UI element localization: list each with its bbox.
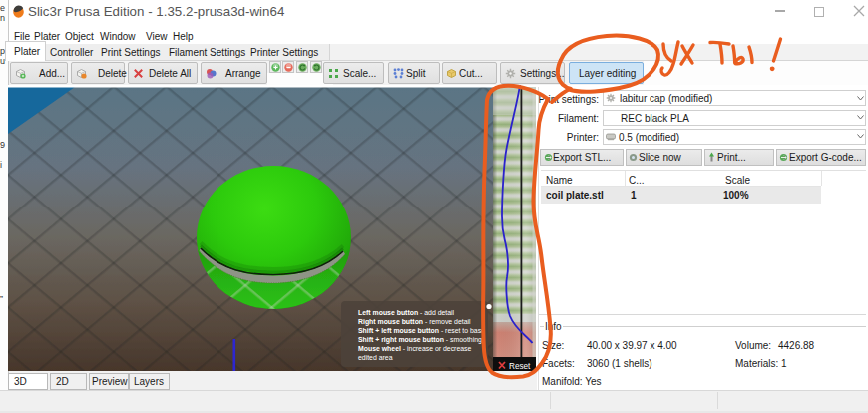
svg-text:Right mouse button - remove de: Right mouse button - remove detail (358, 318, 471, 326)
svg-text:edited area: edited area (358, 354, 393, 361)
svg-text:Shift + left mouse button - re: Shift + left mouse button - reset to bas… (358, 327, 485, 334)
svg-text:Shift + right mouse button - s: Shift + right mouse button - smoothing (358, 336, 482, 344)
svg-text:Reset: Reset (509, 362, 531, 371)
svg-text:Mouse wheel - increase or decr: Mouse wheel - increase or decrease (358, 345, 472, 352)
svg-text:Left mouse button - add detail: Left mouse button - add detail (358, 309, 455, 316)
